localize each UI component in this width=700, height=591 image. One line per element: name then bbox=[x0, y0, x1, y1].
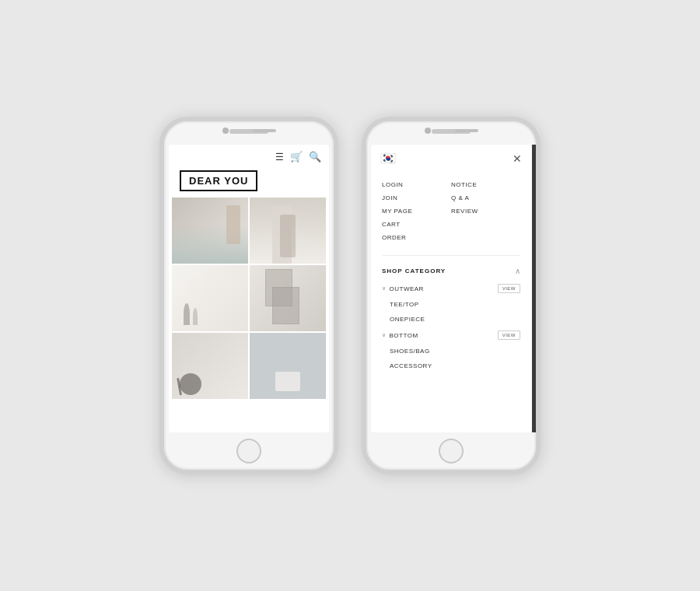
category-tee-top[interactable]: TEE/TOP bbox=[382, 297, 520, 312]
shop-category-header[interactable]: SHOP CATEGORY ∧ bbox=[371, 261, 531, 280]
dark-panel-peek: D bbox=[532, 145, 541, 432]
side-btn-1 bbox=[337, 184, 338, 215]
bottom-chevron: ∨ bbox=[382, 332, 387, 338]
tee-left: TEE/TOP bbox=[382, 301, 419, 308]
nav-cart[interactable]: CART bbox=[382, 218, 451, 231]
dear-you-peek-label: D bbox=[538, 149, 541, 153]
home-button-1[interactable] bbox=[236, 439, 261, 463]
nav-mypage[interactable]: MY PAGE bbox=[382, 205, 451, 218]
bottom-left: ∨ BOTTOM bbox=[382, 332, 418, 339]
chevron-up-icon: ∧ bbox=[515, 267, 520, 275]
category-bottom[interactable]: ∨ BOTTOM VIEW bbox=[382, 327, 520, 344]
cart-icon[interactable]: 🛒 bbox=[290, 151, 303, 163]
category-shoes-bag[interactable]: SHOES/BAG bbox=[382, 344, 520, 358]
speaker-2 bbox=[455, 129, 478, 132]
menu-divider bbox=[382, 255, 520, 256]
photo-cell-4 bbox=[250, 265, 326, 331]
nav-notice[interactable]: NOTICE bbox=[451, 178, 520, 191]
side-btn-3 bbox=[159, 203, 161, 222]
accessory-label: ACCESSORY bbox=[390, 362, 432, 369]
side-btn-l2 bbox=[362, 203, 363, 222]
accessory-left: ACCESSORY bbox=[382, 362, 432, 369]
side-btn-l1 bbox=[362, 176, 363, 195]
bottom-label: BOTTOM bbox=[390, 332, 418, 339]
phone1-header: ☰ 🛒 🔍 bbox=[169, 145, 329, 166]
outwear-chevron: ∨ bbox=[382, 285, 387, 292]
category-list: ∨ OUTWEAR VIEW TEE/TOP ONEPIECE bbox=[371, 280, 531, 373]
category-onepiece[interactable]: ONEPIECE bbox=[382, 312, 520, 327]
search-icon[interactable]: 🔍 bbox=[309, 151, 321, 163]
phone-1-screen: ☰ 🛒 🔍 DEAR YOU bbox=[169, 145, 329, 432]
side-btn-2 bbox=[159, 176, 161, 195]
nav-login[interactable]: LOGIN bbox=[382, 178, 451, 191]
menu-nav: LOGIN JOIN MY PAGE CART ORDER NOTICE Q &… bbox=[371, 172, 531, 250]
nav-review[interactable]: REVIEW bbox=[451, 205, 520, 218]
shop-category-label: SHOP CATEGORY bbox=[382, 268, 446, 275]
nav-col-left: LOGIN JOIN MY PAGE CART ORDER bbox=[382, 178, 451, 244]
nav-join[interactable]: JOIN bbox=[382, 191, 451, 205]
phones-container: ☰ 🛒 🔍 DEAR YOU bbox=[159, 117, 541, 474]
photo-cell-1 bbox=[172, 198, 248, 264]
close-button[interactable]: ✕ bbox=[513, 152, 522, 165]
photo-cell-5 bbox=[172, 333, 248, 399]
bottom-view-btn[interactable]: VIEW bbox=[498, 330, 520, 340]
side-btn-r bbox=[539, 184, 541, 215]
outwear-label: OUTWEAR bbox=[390, 285, 424, 292]
shoes-left: SHOES/BAG bbox=[382, 348, 430, 355]
photo-cell-2 bbox=[250, 198, 326, 264]
photo-grid bbox=[169, 198, 329, 399]
phone-1: ☰ 🛒 🔍 DEAR YOU bbox=[159, 117, 338, 474]
nav-order[interactable]: ORDER bbox=[382, 231, 451, 244]
photo-cell-6 bbox=[250, 333, 326, 399]
menu-header: 🇰🇷 ✕ bbox=[371, 145, 531, 172]
outwear-left: ∨ OUTWEAR bbox=[382, 285, 424, 292]
nav-col-right: NOTICE Q & A REVIEW bbox=[451, 178, 520, 244]
onepiece-left: ONEPIECE bbox=[382, 316, 425, 323]
home-button-2[interactable] bbox=[439, 439, 464, 463]
speaker-1 bbox=[253, 129, 276, 132]
category-outwear[interactable]: ∨ OUTWEAR VIEW bbox=[382, 280, 520, 297]
korean-flag: 🇰🇷 bbox=[380, 151, 396, 166]
tee-label: TEE/TOP bbox=[390, 301, 419, 308]
menu-icon[interactable]: ☰ bbox=[275, 152, 284, 163]
brand-logo[interactable]: DEAR YOU bbox=[180, 170, 257, 191]
category-accessory[interactable]: ACCESSORY bbox=[382, 358, 520, 373]
shoes-label: SHOES/BAG bbox=[390, 348, 430, 355]
nav-qa[interactable]: Q & A bbox=[451, 191, 520, 205]
outwear-view-btn[interactable]: VIEW bbox=[498, 284, 520, 293]
phone-2: 🇰🇷 ✕ LOGIN JOIN MY PAGE CART ORDER NOTIC… bbox=[362, 117, 541, 474]
logo-container: DEAR YOU bbox=[169, 166, 329, 198]
phone-2-screen: 🇰🇷 ✕ LOGIN JOIN MY PAGE CART ORDER NOTIC… bbox=[371, 145, 531, 432]
photo-cell-3 bbox=[172, 265, 248, 331]
onepiece-label: ONEPIECE bbox=[390, 316, 425, 323]
